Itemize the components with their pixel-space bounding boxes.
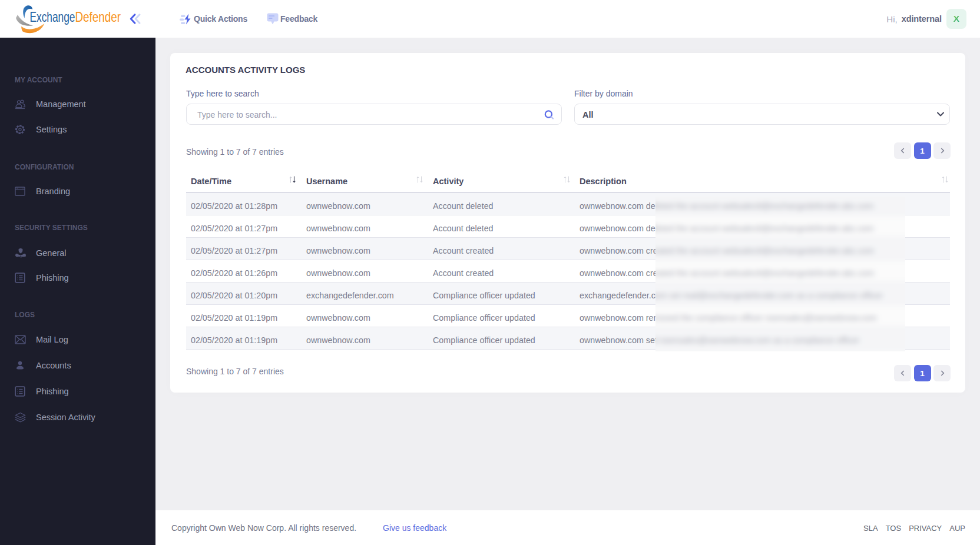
svg-text:Defender: Defender bbox=[75, 9, 121, 25]
svg-text:Exchange: Exchange bbox=[30, 9, 75, 25]
